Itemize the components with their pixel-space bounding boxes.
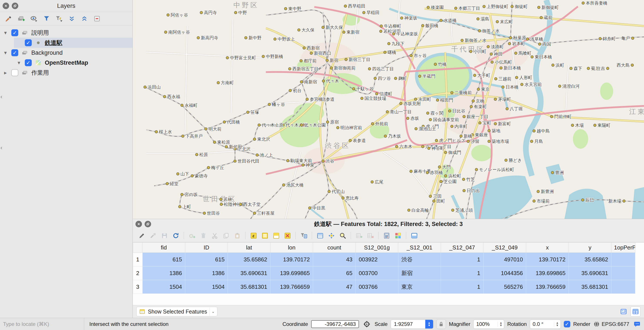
layer-visibility-checkbox[interactable] bbox=[11, 69, 18, 76]
collapse-all-icon[interactable] bbox=[79, 13, 90, 24]
layer-row[interactable]: 鉄道駅 bbox=[0, 38, 132, 48]
render-checkbox[interactable] bbox=[564, 321, 570, 328]
mouse-extent-icon[interactable] bbox=[362, 319, 372, 329]
cell-S12_001g[interactable]: 003922 bbox=[356, 253, 398, 266]
layer-group-row[interactable]: ▸作業用 bbox=[0, 68, 132, 78]
cell-_S12_001[interactable]: 新宿 bbox=[398, 266, 441, 280]
cell-1opPerPas[interactable] bbox=[612, 253, 635, 266]
column-header[interactable]: x bbox=[526, 242, 569, 253]
add-feature-icon[interactable] bbox=[187, 231, 197, 241]
attribute-table[interactable]: fidIDlatloncountS12_001g_S12_001_S12_047… bbox=[133, 242, 644, 305]
cell-lon[interactable]: 139.70172 bbox=[270, 253, 313, 266]
coordinate-input[interactable]: -39672,-6483 bbox=[311, 320, 359, 328]
cell-lon[interactable]: 139.699865 bbox=[270, 266, 313, 280]
column-header[interactable]: fid bbox=[143, 242, 185, 253]
cell-S12_001g[interactable]: 003700 bbox=[356, 266, 398, 280]
cell-_S12_047[interactable]: 1 bbox=[441, 266, 484, 280]
feature-filter-dropdown[interactable]: Show Selected Features ⌄ bbox=[136, 307, 218, 316]
column-header[interactable]: count bbox=[313, 242, 356, 253]
cell-_S12_047[interactable]: 1 bbox=[441, 280, 484, 294]
column-header[interactable]: _S12_001 bbox=[398, 242, 441, 253]
crs-button[interactable]: EPSG:6677 bbox=[593, 321, 629, 328]
cell-lat[interactable]: 35.65862 bbox=[228, 253, 270, 266]
table-row[interactable]: 31504150435.681301139.76665947003766東京15… bbox=[133, 280, 635, 294]
cell-fid[interactable]: 1504 bbox=[143, 280, 185, 294]
field-calculator-icon[interactable] bbox=[382, 231, 392, 241]
column-header[interactable]: S12_001g bbox=[356, 242, 398, 253]
locate-input[interactable]: Type to locate (⌘K) bbox=[3, 318, 84, 330]
cell-y[interactable]: 35.65862 bbox=[569, 253, 612, 266]
row-number[interactable]: 2 bbox=[133, 266, 143, 280]
table-view-icon[interactable] bbox=[630, 307, 640, 317]
cell-lon[interactable]: 139.766659 bbox=[270, 280, 313, 294]
toggle-editing-icon[interactable] bbox=[137, 231, 147, 241]
open-layer-styling-icon[interactable] bbox=[4, 13, 14, 24]
paste-icon[interactable] bbox=[232, 231, 242, 241]
select-by-form-icon[interactable] bbox=[299, 231, 309, 241]
spin-arrows-icon[interactable]: ▲▼ bbox=[554, 322, 560, 327]
cell-ID[interactable]: 1504 bbox=[185, 280, 228, 294]
cell-S12_001g[interactable]: 003766 bbox=[356, 280, 398, 294]
table-row[interactable]: 21386138635.690631139.69986565003700新宿11… bbox=[133, 266, 635, 280]
expander-icon[interactable]: ▾ bbox=[16, 60, 22, 66]
messages-icon[interactable] bbox=[632, 319, 642, 329]
filter-legend-icon[interactable] bbox=[41, 13, 52, 24]
zoom-to-selection-icon[interactable] bbox=[338, 231, 348, 241]
multiedit-icon[interactable] bbox=[148, 231, 158, 241]
manage-map-themes-icon[interactable] bbox=[29, 13, 39, 24]
spin-arrows-icon[interactable]: ▲▼ bbox=[498, 322, 504, 327]
copy-icon[interactable] bbox=[221, 231, 231, 241]
float-panel-icon[interactable] bbox=[12, 2, 18, 9]
invert-selection-icon[interactable] bbox=[271, 231, 281, 241]
cell-lat[interactable]: 35.690631 bbox=[228, 266, 270, 280]
cell-count[interactable]: 65 bbox=[313, 266, 356, 280]
cell-ID[interactable]: 615 bbox=[185, 253, 228, 266]
expand-all-icon[interactable] bbox=[66, 13, 77, 24]
cell-_S12_001[interactable]: 渋谷 bbox=[398, 253, 441, 266]
save-edits-icon[interactable] bbox=[159, 231, 169, 241]
cell-_S12_049[interactable]: 565276 bbox=[484, 280, 526, 294]
cut-icon[interactable] bbox=[210, 231, 220, 241]
expander-icon[interactable]: ▾ bbox=[2, 30, 9, 36]
cell-fid[interactable]: 1386 bbox=[143, 266, 185, 280]
column-header[interactable]: _S12_047 bbox=[441, 242, 484, 253]
cell-lat[interactable]: 35.681301 bbox=[228, 280, 270, 294]
cell-x[interactable]: 139.766659 bbox=[526, 280, 569, 294]
panel-collapse-icon[interactable]: ‹ bbox=[0, 93, 2, 100]
select-by-expression-icon[interactable]: ε bbox=[248, 231, 258, 241]
scale-combo[interactable]: 1:92597 ▲▼ bbox=[391, 320, 433, 329]
column-header[interactable]: _S12_049 bbox=[484, 242, 526, 253]
cell-count[interactable]: 43 bbox=[313, 253, 356, 266]
form-view-icon[interactable] bbox=[619, 307, 628, 316]
dock-table-icon[interactable] bbox=[409, 231, 419, 241]
column-header[interactable]: lat bbox=[228, 242, 270, 253]
reload-icon[interactable] bbox=[171, 231, 181, 241]
new-field-icon[interactable] bbox=[354, 231, 364, 241]
cell-1opPerPas[interactable] bbox=[612, 266, 635, 280]
row-number[interactable]: 1 bbox=[133, 253, 143, 266]
rotation-spinbox[interactable]: 0.0 ° ▲▼ bbox=[530, 320, 561, 329]
cell-_S12_001[interactable]: 東京 bbox=[398, 280, 441, 294]
cell-_S12_047[interactable]: 1 bbox=[441, 253, 484, 266]
cell-_S12_049[interactable]: 497010 bbox=[484, 253, 526, 266]
cell-y[interactable]: 35.690631 bbox=[569, 266, 612, 280]
layer-visibility-checkbox[interactable] bbox=[25, 59, 32, 66]
delete-field-icon[interactable] bbox=[365, 231, 375, 241]
row-number[interactable]: 3 bbox=[133, 280, 143, 294]
cell-count[interactable]: 47 bbox=[313, 280, 356, 294]
delete-selected-icon[interactable] bbox=[198, 231, 208, 241]
cell-fid[interactable]: 615 bbox=[143, 253, 185, 266]
combo-arrows-icon[interactable]: ▲▼ bbox=[425, 320, 433, 329]
conditional-formatting-icon[interactable] bbox=[393, 231, 403, 241]
layer-group-row[interactable]: ▾説明用 bbox=[0, 28, 132, 38]
column-header[interactable]: y bbox=[569, 242, 612, 253]
layer-row[interactable]: ▾OpenStreetMap bbox=[0, 58, 132, 68]
cell-1opPerPas[interactable] bbox=[612, 280, 635, 294]
expander-icon[interactable]: ▾ bbox=[2, 50, 9, 56]
table-row[interactable]: 161561535.65862139.7017243003922渋谷149701… bbox=[133, 253, 635, 266]
layer-visibility-checkbox[interactable] bbox=[25, 39, 32, 46]
layer-visibility-checkbox[interactable] bbox=[11, 29, 18, 36]
map-canvas[interactable]: 中野区千代田区渋谷区世田谷区江東区 阿佐ヶ谷高円寺中野東中野西早稲田早稲田神楽坂… bbox=[133, 0, 644, 219]
add-group-icon[interactable] bbox=[16, 13, 26, 24]
cell-y[interactable]: 35.681301 bbox=[569, 280, 612, 294]
